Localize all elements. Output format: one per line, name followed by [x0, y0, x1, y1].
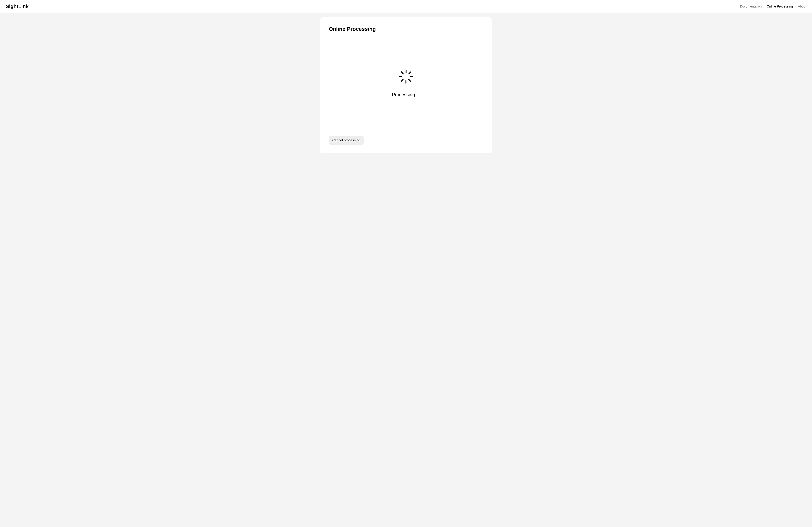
status-text: Processing ...	[392, 92, 420, 97]
card-footer: Cancel processing	[329, 136, 483, 145]
cancel-processing-button[interactable]: Cancel processing	[329, 136, 364, 145]
loading-spinner-icon	[398, 69, 414, 85]
processing-area: Processing ...	[329, 30, 483, 136]
main-nav: Documentation Online Processing About	[740, 5, 806, 9]
nav-online-processing[interactable]: Online Processing	[767, 5, 793, 9]
page-container: Online Processing Processing ... Cancel …	[0, 13, 812, 161]
nav-about[interactable]: About	[798, 5, 806, 9]
processing-card: Online Processing Processing ... Cancel …	[320, 17, 492, 153]
brand-title[interactable]: SightLink	[6, 3, 29, 9]
app-header: SightLink Documentation Online Processin…	[0, 0, 812, 13]
nav-documentation[interactable]: Documentation	[740, 5, 762, 9]
